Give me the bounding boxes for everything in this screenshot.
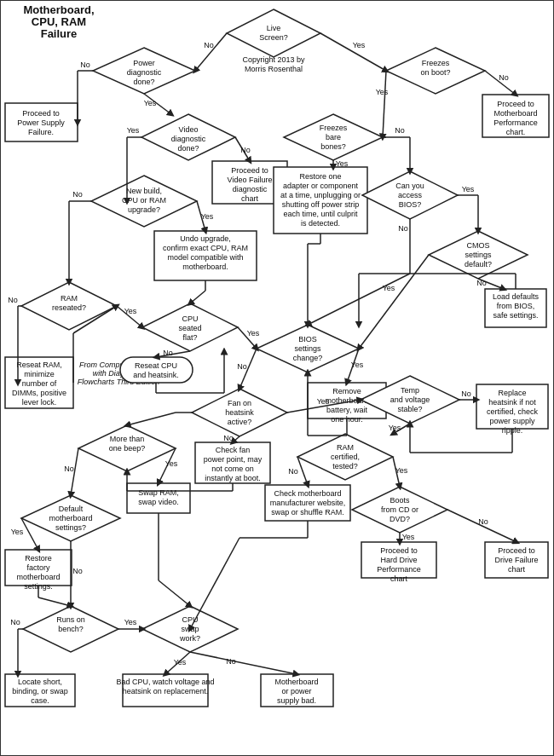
svg-text:from BIOS,: from BIOS, bbox=[497, 302, 535, 310]
svg-text:Proceed to: Proceed to bbox=[380, 546, 418, 555]
svg-text:Yes: Yes bbox=[124, 307, 137, 315]
svg-text:DIMMs, positive: DIMMs, positive bbox=[12, 389, 66, 397]
svg-text:Yes: Yes bbox=[462, 185, 475, 193]
svg-text:Remove: Remove bbox=[332, 387, 361, 395]
svg-text:minimize: minimize bbox=[24, 370, 55, 378]
svg-text:settings?: settings? bbox=[55, 523, 86, 532]
svg-text:confirm  exact CPU, RAM: confirm exact CPU, RAM bbox=[163, 244, 248, 252]
svg-text:bench?: bench? bbox=[58, 625, 84, 633]
svg-text:Performance: Performance bbox=[493, 118, 538, 127]
svg-text:shutting off power strip: shutting off power strip bbox=[282, 200, 359, 209]
svg-text:certified, check: certified, check bbox=[487, 407, 539, 416]
svg-text:Can you: Can you bbox=[395, 182, 424, 190]
svg-text:swap or shuffle RAM.: swap or shuffle RAM. bbox=[271, 508, 343, 517]
svg-line-158 bbox=[359, 255, 429, 349]
svg-line-142 bbox=[383, 71, 386, 137]
svg-text:settings: settings bbox=[294, 344, 321, 353]
svg-line-219 bbox=[190, 291, 205, 303]
svg-text:Drive Failure: Drive Failure bbox=[494, 556, 538, 564]
svg-text:Performance: Performance bbox=[377, 565, 421, 574]
svg-text:flat?: flat? bbox=[182, 333, 197, 342]
svg-text:each time, until culprit: each time, until culprit bbox=[283, 210, 358, 218]
svg-line-239 bbox=[190, 538, 239, 629]
svg-line-211 bbox=[190, 652, 297, 674]
svg-text:Yes: Yes bbox=[351, 361, 364, 369]
svg-text:Yes: Yes bbox=[395, 466, 408, 475]
svg-text:chart: chart bbox=[390, 574, 408, 583]
svg-text:No: No bbox=[204, 41, 214, 49]
svg-text:CPU, RAM: CPU, RAM bbox=[32, 15, 86, 28]
svg-text:No: No bbox=[8, 296, 18, 304]
svg-text:access: access bbox=[398, 191, 423, 199]
svg-text:reseated?: reseated? bbox=[52, 303, 86, 312]
svg-text:from CD or: from CD or bbox=[381, 505, 418, 514]
svg-text:case.: case. bbox=[31, 696, 49, 705]
svg-text:New build,: New build, bbox=[126, 187, 162, 195]
svg-line-172 bbox=[156, 351, 190, 357]
svg-text:No: No bbox=[499, 73, 509, 82]
svg-text:Reseat RAM,: Reseat RAM, bbox=[16, 361, 62, 369]
svg-text:No: No bbox=[478, 517, 488, 526]
svg-text:Boots: Boots bbox=[390, 496, 410, 505]
svg-text:Load defaults: Load defaults bbox=[493, 292, 540, 301]
svg-text:Proceed to: Proceed to bbox=[498, 546, 535, 555]
svg-text:DVD?: DVD? bbox=[390, 515, 410, 523]
chart-title: Motherboard, bbox=[23, 3, 94, 16]
svg-text:Fan on: Fan on bbox=[228, 399, 251, 407]
svg-text:Morris Rosenthal: Morris Rosenthal bbox=[245, 65, 303, 73]
svg-text:motherboard: motherboard bbox=[16, 573, 60, 581]
svg-text:Check fan: Check fan bbox=[216, 446, 251, 454]
svg-text:not come on: not come on bbox=[211, 465, 254, 473]
svg-text:BIOS?: BIOS? bbox=[399, 200, 422, 209]
svg-text:RAM: RAM bbox=[61, 294, 78, 303]
svg-line-130 bbox=[320, 33, 386, 71]
svg-text:on boot?: on boot? bbox=[420, 68, 450, 77]
svg-text:instantly at boot.: instantly at boot. bbox=[205, 474, 261, 482]
svg-text:motherboard: motherboard bbox=[49, 514, 92, 522]
svg-text:No: No bbox=[64, 465, 74, 473]
svg-text:work?: work? bbox=[179, 634, 200, 643]
svg-text:Yes: Yes bbox=[402, 533, 415, 541]
svg-text:seated: seated bbox=[178, 324, 201, 332]
svg-text:heatsink on replacement.: heatsink on replacement. bbox=[123, 687, 209, 695]
svg-text:Hard Drive: Hard Drive bbox=[380, 556, 417, 564]
svg-text:Yes: Yes bbox=[165, 459, 178, 468]
svg-line-227 bbox=[159, 580, 190, 606]
svg-text:certified,: certified, bbox=[331, 453, 360, 461]
svg-text:stable?: stable? bbox=[397, 405, 422, 413]
svg-text:Yes: Yes bbox=[174, 658, 187, 667]
svg-text:power point, may: power point, may bbox=[204, 455, 263, 464]
svg-line-128 bbox=[195, 33, 227, 71]
svg-text:Runs on: Runs on bbox=[56, 615, 85, 624]
svg-text:Temp: Temp bbox=[401, 386, 419, 395]
svg-text:More than: More than bbox=[110, 435, 145, 443]
svg-text:Proceed to: Proceed to bbox=[22, 109, 60, 118]
svg-text:tested?: tested? bbox=[332, 462, 358, 470]
svg-text:No: No bbox=[476, 279, 487, 287]
svg-text:and voltage: and voltage bbox=[390, 395, 430, 404]
svg-text:bones?: bones? bbox=[320, 142, 346, 151]
svg-text:Yes: Yes bbox=[389, 424, 401, 432]
svg-text:power supply: power supply bbox=[489, 417, 535, 425]
svg-text:done?: done? bbox=[177, 144, 199, 153]
svg-text:number of: number of bbox=[22, 379, 57, 388]
svg-text:No: No bbox=[80, 61, 90, 69]
svg-line-200 bbox=[447, 510, 516, 542]
svg-text:Motherboard: Motherboard bbox=[493, 109, 537, 118]
svg-text:CPU or RAM: CPU or RAM bbox=[122, 196, 166, 205]
svg-text:Failure: Failure bbox=[41, 27, 78, 40]
svg-text:Locate short,: Locate short, bbox=[18, 678, 62, 686]
svg-text:Yes: Yes bbox=[124, 618, 137, 626]
svg-text:chart: chart bbox=[241, 194, 259, 203]
svg-text:No: No bbox=[223, 434, 234, 442]
svg-text:Video: Video bbox=[179, 125, 199, 134]
svg-text:Proceed to: Proceed to bbox=[497, 100, 534, 108]
svg-text:active?: active? bbox=[228, 418, 252, 426]
svg-text:Swap RAM,: Swap RAM, bbox=[138, 488, 179, 497]
svg-text:Failure.: Failure. bbox=[28, 128, 54, 136]
svg-text:Video Failure: Video Failure bbox=[228, 176, 273, 184]
svg-text:Yes: Yes bbox=[336, 159, 349, 168]
svg-text:No: No bbox=[395, 126, 405, 135]
svg-text:BIOS: BIOS bbox=[298, 335, 317, 343]
svg-text:No: No bbox=[163, 349, 173, 357]
